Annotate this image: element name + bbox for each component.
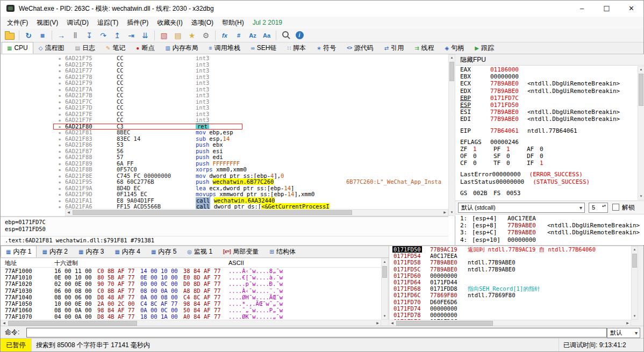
tab-graph[interactable]: ◇流程图 [33, 42, 70, 54]
register-row[interactable]: ECX77B9ABE0<ntdll.DbgUiRemoteBreakin> [455, 80, 638, 87]
register-value[interactable]: 00000000 [496, 178, 524, 185]
stop-icon[interactable]: ■ [36, 30, 49, 41]
command-combo[interactable]: 默认 [607, 328, 640, 338]
disasm-row[interactable]: ●6AD21F8653push ebx [1, 142, 448, 148]
tab-watch-1[interactable]: ◎监视 1 [182, 246, 218, 257]
breakpoint-dot[interactable]: ● [56, 117, 63, 124]
command-input[interactable] [26, 328, 607, 337]
tab-dump-1[interactable]: ▦内存 1 [1, 246, 37, 257]
maximize-button[interactable] [595, 1, 619, 17]
tab-trace[interactable]: ▶跟踪 [469, 42, 499, 54]
register-value[interactable]: 77B9ABE0 [490, 80, 519, 87]
flag-value[interactable]: 0 [506, 160, 527, 167]
dump-row[interactable]: 77AF104008 00 06 00D8 48 AF 770A 00 08 0… [1, 294, 381, 300]
patches-icon[interactable]: ▧ [158, 30, 170, 41]
dump-row[interactable]: 77AF103006 00 08 00C0 8B AF 7708 00 0A 0… [1, 288, 381, 294]
breakpoint-dot[interactable]: ● [56, 173, 63, 179]
stack-row[interactable]: 0171FD640171FD44 [389, 279, 638, 285]
register-row[interactable]: LastError00000000(ERROR_SUCCESS) [455, 171, 638, 178]
expression-fx-icon[interactable]: fx [218, 30, 231, 41]
argument-row-2[interactable]: 2:[esp+8]77B9ABE0<ntdll.DbgUiRemoteBreak… [455, 222, 644, 229]
settings-gear-icon[interactable]: ⚙ [199, 30, 212, 41]
favourites-icon[interactable]: ★ [185, 30, 198, 41]
string-search-icon[interactable]: Az [246, 30, 259, 41]
tab-call-stack[interactable]: ≡调用堆栈 [204, 42, 246, 54]
register-value[interactable]: 01186000 [490, 66, 519, 73]
menu-item-2[interactable]: 视图(V) [32, 17, 62, 28]
hash-icon[interactable]: # [232, 30, 245, 41]
stack-hscroll-thumb[interactable] [396, 321, 493, 326]
memory-map-icon[interactable]: ▤ [171, 30, 184, 41]
scroll-left-button[interactable] [66, 210, 71, 215]
pause-icon[interactable]: ‖ [69, 30, 82, 41]
scroll-up-button[interactable] [382, 259, 388, 265]
menu-item-4[interactable]: 追踪(T) [93, 17, 123, 28]
disasm-row[interactable]: ●6AD21F7BCCint3 [1, 92, 448, 99]
menu-item-8[interactable]: 帮助(H) [218, 17, 248, 28]
tab-notes[interactable]: ✎笔记 [101, 42, 131, 54]
registers-vscrollbar[interactable] [638, 66, 644, 200]
register-value[interactable]: 00000000 [492, 171, 521, 178]
breakpoint-dot[interactable]: ● [56, 80, 63, 87]
flag-value[interactable]: 002B [473, 190, 493, 197]
register-row[interactable]: OF0SF0DF0 [455, 153, 638, 160]
tab-dump-5[interactable]: ▦内存 5 [146, 246, 182, 257]
disasm-vscrollbar[interactable] [448, 54, 455, 216]
stack-vscrollbar[interactable] [631, 246, 638, 320]
dump-row[interactable]: 77AF100016 00 11 00C0 8B AF 7714 00 10 0… [1, 268, 381, 274]
scroll-down-button[interactable] [449, 210, 455, 215]
tab-dump-3[interactable]: ▦内存 3 [73, 246, 109, 257]
minimize-button[interactable] [570, 1, 594, 17]
stack-row[interactable]: 0171FD70D60FE6D6 [389, 299, 638, 305]
menu-item-7[interactable]: 选项(O) [187, 17, 218, 28]
stack-row[interactable]: 0171FD5877B9ABE0ntdll.77B9ABE0 [389, 259, 638, 265]
register-value[interactable]: 77B9ABE0 [490, 109, 519, 116]
scroll-up-button[interactable] [449, 55, 455, 61]
stack-row[interactable]: 0171FD5C77B9ABE0ntdll.77B9ABE0 [389, 266, 638, 272]
breakpoint-dot[interactable]: ● [56, 87, 63, 93]
tab-struct[interactable]: ⊞结构体 [264, 246, 300, 257]
argument-row-1[interactable]: 1:[esp+4]A0C17EEA [455, 215, 644, 222]
breakpoint-dot[interactable]: ● [56, 92, 63, 99]
register-row[interactable]: ESI77B9ABE0<ntdll.DbgUiRemoteBreakin> [455, 109, 638, 116]
breakpoint-dot[interactable]: ● [56, 55, 63, 62]
argument-count-stepper[interactable]: 5 [589, 203, 608, 213]
stack-row[interactable]: 0171FD5077B9AC19返回到 ntdll.77B9AC19 自 ntd… [389, 246, 638, 253]
register-row[interactable]: EAX01186000 [455, 66, 638, 73]
tab-threads[interactable]: ⇉线程 [409, 42, 439, 54]
open-file-icon[interactable] [3, 30, 16, 41]
step-out-icon[interactable]: ↥ [111, 30, 124, 41]
breakpoint-dot[interactable]: ● [56, 142, 63, 148]
register-row[interactable]: ESP0171FD50 [455, 102, 638, 109]
register-row[interactable]: EDX77B9ABE0<ntdll.DbgUiRemoteBreakin> [455, 88, 638, 95]
register-row[interactable]: EBX00000000 [455, 73, 638, 80]
disasm-row[interactable]: ●6AD21F77CCint3 [1, 68, 448, 74]
step-into-icon[interactable]: ↧ [83, 30, 96, 41]
dump-row[interactable]: 77AF102002 00 0E 0090 70 AF 7700 00 0C 0… [1, 281, 381, 287]
register-value[interactable]: 0171FD50 [490, 102, 519, 109]
run-icon[interactable]: → [55, 30, 68, 41]
flag-value[interactable]: 0053 [506, 190, 527, 197]
breakpoint-dot[interactable]: ● [56, 204, 63, 210]
flag-value[interactable]: 0 [473, 153, 493, 160]
tab-cpu[interactable]: ▦CPU [2, 42, 33, 54]
flag-value[interactable]: 1 [540, 160, 560, 167]
calling-convention-select[interactable]: 默认 (stdcall) [458, 203, 585, 213]
breakpoint-dot[interactable]: ● [56, 167, 63, 173]
tab-references[interactable]: ⇄引用 [379, 42, 409, 54]
breakpoint-dot[interactable]: ● [56, 130, 63, 136]
breakpoint-dot[interactable]: ● [56, 74, 63, 81]
register-value[interactable]: 77B9ABE0 [490, 116, 519, 123]
tab-breakpoints[interactable]: ●断点 [131, 42, 160, 54]
dump-row[interactable]: 77AF10100E 00 10 0080 5B AF 770E 00 10 0… [1, 274, 381, 281]
tab-handles[interactable]: ◈句柄 [440, 42, 470, 54]
register-row[interactable]: EBP0171FD7C [455, 95, 638, 102]
dump-vscroll-thumb[interactable] [382, 266, 387, 278]
register-row[interactable]: EIP77B64061ntdll.77B64061 [455, 127, 638, 134]
tab-memory-map[interactable]: ▥内存布局 [160, 42, 203, 54]
register-row[interactable]: ZF1PF1AF0 [455, 146, 638, 153]
dump-hscroll-thumb[interactable] [8, 321, 137, 326]
scroll-down-button[interactable] [632, 313, 638, 319]
tab-script[interactable]: ∷脚本 [282, 42, 311, 54]
breakpoint-dot[interactable]: ● [56, 124, 63, 130]
